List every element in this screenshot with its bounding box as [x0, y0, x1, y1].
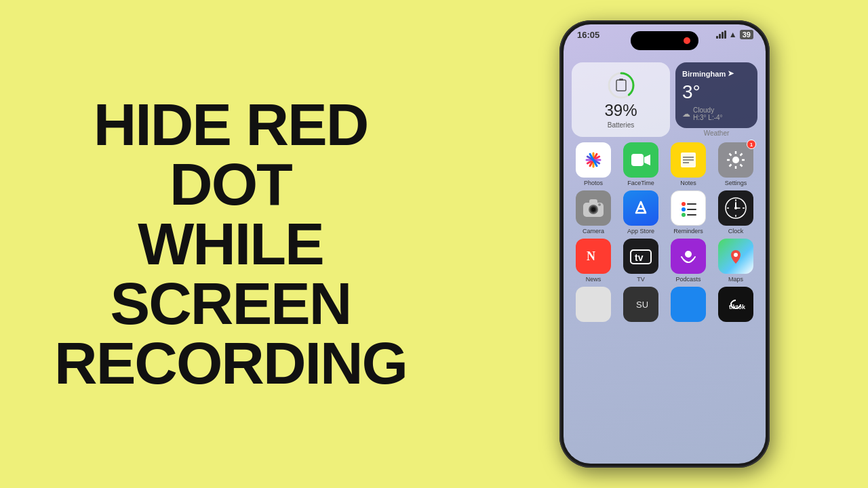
weather-widget-container: Birmingham ➤ 3° ☁ Cloudy H:3° L:-4°: [675, 62, 757, 137]
facetime-icon: [623, 142, 658, 178]
reminders-label: Reminders: [673, 228, 703, 235]
partial-3-icon: [671, 287, 706, 322]
camera-icon: [576, 190, 611, 226]
svg-point-43: [734, 253, 738, 257]
title-line4: SCREEN: [111, 270, 351, 337]
app-facetime[interactable]: FaceTime: [619, 142, 663, 186]
app-reminders[interactable]: Reminders: [667, 190, 710, 235]
batteries-label: Batteries: [608, 121, 634, 129]
app-settings[interactable]: 1 Settings: [714, 142, 757, 186]
battery-status-icon: 39: [740, 30, 753, 39]
weather-description: Cloudy: [693, 106, 723, 114]
weather-city: Birmingham ➤: [682, 69, 751, 78]
svg-text:tv: tv: [635, 252, 644, 263]
svg-rect-11: [631, 154, 644, 166]
svg-rect-20: [589, 199, 597, 204]
settings-label: Settings: [725, 180, 747, 186]
partial-2-icon: SUN: [623, 287, 658, 322]
svg-point-25: [682, 202, 686, 206]
reminders-icon: [671, 190, 706, 226]
svg-point-26: [682, 207, 686, 211]
app-photos[interactable]: Photos: [572, 142, 615, 186]
left-panel: HIDE RED DOT WHILE SCREEN RECORDING: [0, 0, 461, 488]
news-icon: N: [576, 239, 611, 274]
svg-point-42: [685, 251, 692, 258]
app-podcasts[interactable]: Podcasts: [667, 239, 710, 283]
battery-widget: 39% Batteries: [572, 62, 670, 137]
app-partial-4[interactable]: tiktok: [714, 287, 757, 322]
facetime-label: FaceTime: [627, 180, 654, 186]
svg-point-24: [598, 203, 601, 206]
app-news[interactable]: N News: [572, 239, 615, 283]
svg-rect-3: [619, 79, 623, 81]
tv-icon: tv: [623, 239, 658, 274]
app-maps[interactable]: Maps: [714, 239, 757, 283]
podcasts-label: Podcasts: [675, 276, 701, 283]
svg-rect-2: [616, 80, 626, 91]
svg-text:tiktok: tiktok: [729, 304, 745, 310]
weather-widget: Birmingham ➤ 3° ☁ Cloudy H:3° L:-4°: [675, 62, 757, 128]
svg-text:N: N: [587, 249, 595, 263]
app-appstore[interactable]: App Store: [619, 190, 663, 235]
appstore-icon: [623, 190, 658, 226]
partial-4-icon: tiktok: [718, 287, 753, 322]
app-partial-3[interactable]: [667, 287, 710, 322]
phone-screen: 16:05 ▲ 39: [564, 24, 766, 464]
photos-label: Photos: [584, 180, 603, 186]
camera-label: Camera: [583, 228, 604, 235]
svg-point-38: [734, 207, 737, 209]
appstore-label: App Store: [627, 228, 654, 235]
right-panel: 16:05 ▲ 39: [461, 0, 868, 488]
svg-point-23: [591, 207, 595, 211]
app-clock[interactable]: Clock: [714, 190, 757, 235]
app-tv[interactable]: tv TV: [619, 239, 663, 283]
cloud-icon: ☁: [682, 109, 690, 119]
photos-icon: [576, 142, 611, 178]
svg-marker-12: [644, 155, 650, 165]
title-line2: DOT: [170, 150, 292, 218]
app-partial-1[interactable]: [572, 287, 615, 322]
title-line3: WHILE: [138, 210, 323, 277]
app-row-2: Camera App Store: [572, 190, 757, 235]
app-row-1: Photos FaceTime: [572, 142, 757, 186]
tv-label: TV: [637, 276, 645, 283]
battery-percent: 39%: [604, 101, 637, 120]
weather-conditions: ☁ Cloudy H:3° L:-4°: [682, 106, 751, 121]
partial-1-icon: [576, 287, 611, 322]
svg-point-18: [732, 157, 739, 163]
signal-icon: [716, 30, 726, 39]
location-icon: ➤: [728, 69, 734, 78]
status-icons: ▲ 39: [716, 30, 753, 39]
app-partial-2[interactable]: SUN: [619, 287, 663, 322]
maps-label: Maps: [728, 276, 743, 283]
weather-label: Weather: [675, 129, 757, 137]
news-label: News: [586, 276, 601, 283]
maps-icon: [718, 239, 753, 274]
clock-label: Clock: [728, 228, 744, 235]
dynamic-island: [631, 31, 698, 50]
wifi-icon: ▲: [729, 30, 737, 39]
app-notes[interactable]: Notes: [667, 142, 710, 186]
svg-text:SUN: SUN: [636, 300, 648, 310]
app-camera[interactable]: Camera: [572, 190, 615, 235]
red-dot-indicator: [684, 37, 690, 44]
widgets-row: 39% Batteries Birmingham ➤ 3° ☁: [572, 62, 757, 137]
weather-highlow: H:3° L:-4°: [693, 114, 723, 121]
title-line1: HIDE RED: [94, 91, 368, 158]
title-line5: RECORDING: [54, 329, 407, 396]
app-row-4-partial: SUN tiktok: [572, 287, 757, 322]
screen-content: 39% Batteries Birmingham ➤ 3° ☁: [564, 57, 766, 464]
notes-label: Notes: [680, 180, 696, 186]
settings-icon: 1: [718, 142, 753, 178]
svg-point-27: [682, 213, 686, 217]
settings-badge: 1: [747, 140, 756, 149]
app-row-3: N News tv TV: [572, 239, 757, 283]
phone-frame: 16:05 ▲ 39: [559, 20, 770, 468]
clock-icon: [718, 190, 753, 226]
battery-ring: [606, 70, 636, 100]
status-time: 16:05: [577, 30, 599, 40]
notes-icon: [671, 142, 706, 178]
weather-temp: 3°: [682, 81, 751, 103]
podcasts-icon: [671, 239, 706, 274]
title-text: HIDE RED DOT WHILE SCREEN RECORDING: [54, 95, 407, 393]
